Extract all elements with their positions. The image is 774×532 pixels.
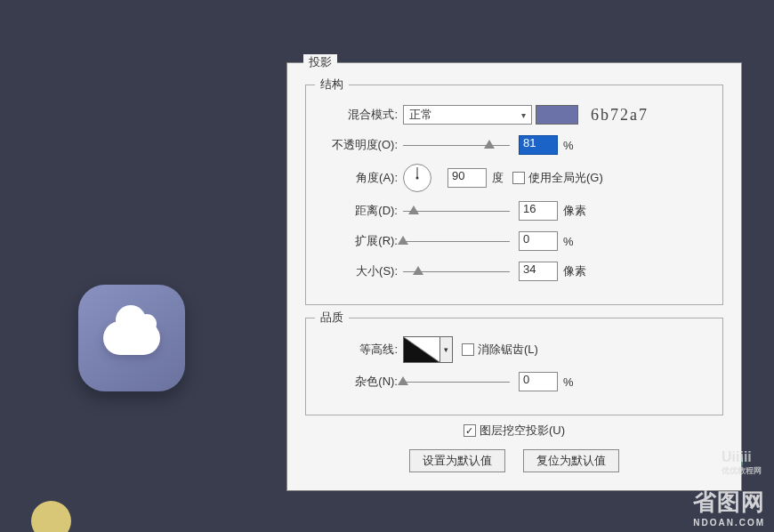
noise-input[interactable]: 0 [519, 372, 558, 391]
spread-unit: % [563, 235, 574, 248]
decorative-dot-yellow [31, 501, 71, 532]
angle-dial[interactable] [403, 164, 431, 192]
contour-picker[interactable] [403, 336, 440, 363]
size-input[interactable]: 34 [519, 262, 558, 281]
cloud-icon [103, 321, 160, 355]
cloud-icon-preview [78, 285, 185, 391]
global-light-checkbox[interactable] [512, 172, 525, 184]
watermark-secondary: Uiiiii 优优教程网 [722, 449, 762, 477]
antialias-checkbox[interactable] [462, 343, 474, 356]
structure-legend: 结构 [315, 77, 349, 93]
structure-fieldset: 结构 混合模式: 正常 ▾ 6b72a7 不透明度(O): 81 % 角度(A)… [305, 85, 723, 305]
global-light-label: 使用全局光(G) [528, 170, 603, 186]
drop-shadow-panel: 投影 结构 混合模式: 正常 ▾ 6b72a7 不透明度(O): 81 % 角度… [286, 62, 742, 491]
noise-slider[interactable] [403, 374, 510, 390]
distance-unit: 像素 [563, 203, 586, 219]
noise-unit: % [563, 375, 574, 389]
shadow-color-swatch[interactable] [536, 105, 578, 125]
blend-mode-value: 正常 [409, 107, 432, 123]
knockout-label: 图层挖空投影(U) [480, 423, 565, 439]
spread-slider[interactable] [403, 233, 510, 249]
opacity-label: 不透明度(O): [318, 137, 403, 153]
opacity-unit: % [563, 139, 574, 152]
quality-fieldset: 品质 等高线: ▾ 消除锯齿(L) 杂色(N): 0 % [305, 318, 723, 415]
angle-input[interactable]: 90 [447, 168, 487, 188]
quality-legend: 品质 [315, 310, 349, 326]
hex-color-text: 6b72a7 [591, 106, 649, 125]
size-unit: 像素 [563, 263, 586, 279]
distance-input[interactable]: 16 [519, 201, 558, 221]
reset-default-button[interactable]: 复位为默认值 [523, 449, 619, 472]
chevron-down-icon: ▾ [521, 110, 526, 120]
blend-mode-select[interactable]: 正常 ▾ [403, 105, 532, 125]
blend-mode-label: 混合模式: [318, 107, 403, 123]
distance-slider[interactable] [403, 203, 510, 219]
size-slider[interactable] [403, 263, 510, 279]
size-label: 大小(S): [318, 263, 403, 279]
antialias-label: 消除锯齿(L) [478, 342, 538, 358]
watermark-main: 省图网 NDOAN.COM [693, 487, 765, 528]
make-default-button[interactable]: 设置为默认值 [409, 449, 505, 472]
panel-title: 投影 [303, 54, 337, 70]
spread-label: 扩展(R): [318, 233, 403, 249]
contour-label: 等高线: [318, 342, 403, 358]
distance-label: 距离(D): [318, 203, 403, 219]
contour-dropdown-icon[interactable]: ▾ [440, 336, 453, 363]
angle-label: 角度(A): [318, 170, 403, 186]
opacity-input[interactable]: 81 [519, 135, 558, 155]
spread-input[interactable]: 0 [519, 231, 558, 251]
angle-unit: 度 [492, 170, 504, 186]
knockout-checkbox[interactable] [464, 424, 476, 437]
opacity-slider[interactable] [403, 137, 510, 153]
noise-label: 杂色(N): [318, 374, 403, 390]
